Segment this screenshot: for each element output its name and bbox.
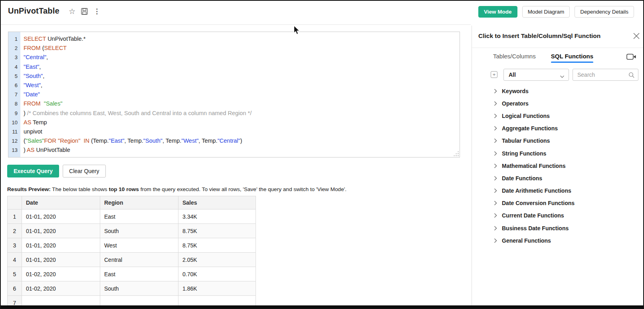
table-cell: 01-01, 2020: [22, 253, 100, 267]
results-table-header: DateRegionSales: [8, 196, 256, 209]
results-table: DateRegionSales 101-01, 2020East3.34K201…: [7, 196, 256, 309]
execute-query-button[interactable]: Execute Query: [7, 165, 59, 177]
row-number-cell: 6: [8, 281, 22, 296]
sql-code-editor[interactable]: 12345678910111213 SELECT UnPivotTable.*F…: [8, 32, 460, 157]
sql-token: [41, 100, 44, 107]
sql-token: "South": [143, 138, 162, 144]
tab-sql-functions[interactable]: SQL Functions: [551, 53, 593, 63]
dependency-details-button[interactable]: Dependency Details: [575, 6, 634, 18]
line-number: 13: [8, 146, 20, 155]
line-number: 11: [8, 127, 20, 136]
table-row: 201-01, 2020South8.75K: [8, 224, 256, 238]
category-item-date-conversion-functions[interactable]: Date Conversion Functions: [472, 197, 644, 209]
chevron-right-icon[interactable]: [494, 201, 497, 205]
category-item-aggregate-functions[interactable]: Aggregate Functions: [472, 122, 644, 135]
table-cell: South: [100, 281, 178, 296]
code-line[interactable]: "Central",: [24, 53, 460, 62]
category-dropdown-value: All: [509, 72, 516, 78]
table-cell: Central: [100, 253, 178, 267]
table-cell: East: [100, 209, 178, 224]
code-line[interactable]: SELECT UnPivotTable.*: [24, 34, 460, 44]
column-header: Region: [100, 196, 178, 209]
chevron-right-icon[interactable]: [494, 89, 497, 94]
header-buttons: View Mode Model Diagram Dependency Detai…: [478, 6, 634, 18]
sql-token: "East": [109, 138, 124, 144]
tab-tables-columns[interactable]: Tables/Columns: [493, 53, 536, 63]
sidebar-title: Click to Insert Table/Column/Sql Functio…: [478, 32, 600, 40]
title-icons: ☆ ⋮: [69, 8, 100, 15]
sql-code-area[interactable]: SELECT UnPivotTable.*FROM (SELECT"Centra…: [20, 32, 460, 157]
category-item-date-functions[interactable]: Date Functions: [472, 172, 644, 184]
sql-token: , Temp.: [198, 138, 217, 144]
line-number: 6: [8, 81, 20, 90]
line-number-gutter: 12345678910111213: [8, 32, 20, 157]
category-label: Aggregate Functions: [502, 125, 558, 132]
line-number: 1: [8, 34, 20, 44]
sql-token: SELECT: [24, 36, 46, 42]
clear-query-button[interactable]: Clear Query: [63, 165, 105, 177]
column-header: Sales: [178, 196, 256, 209]
save-icon[interactable]: [81, 8, 88, 15]
category-label: Date Functions: [502, 175, 542, 181]
chevron-right-icon[interactable]: [494, 151, 497, 156]
category-item-tabular-functions[interactable]: Tabular Functions: [472, 135, 644, 147]
code-line[interactable]: ("Sales"FOR "Region" IN (Temp."East", Te…: [24, 136, 460, 146]
results-text-1: The below table shows: [51, 186, 109, 192]
star-icon[interactable]: ☆: [69, 8, 75, 15]
sql-token: AS: [24, 119, 31, 126]
chevron-right-icon[interactable]: [494, 138, 497, 143]
line-number: 7: [8, 90, 20, 99]
chevron-right-icon[interactable]: [494, 213, 497, 218]
code-line[interactable]: unpivot: [24, 127, 460, 136]
sql-token: FROM: [24, 45, 41, 51]
category-item-general-functions[interactable]: General Functions: [472, 234, 644, 247]
sql-token: "Sales": [44, 100, 63, 107]
sql-token: "Sales": [26, 138, 44, 144]
video-camera-icon[interactable]: [626, 53, 636, 62]
code-line[interactable]: "West",: [24, 81, 460, 90]
chevron-right-icon[interactable]: [494, 126, 497, 131]
row-number-cell: 3: [8, 238, 22, 253]
code-line[interactable]: FROM (SELECT: [24, 44, 460, 53]
category-item-mathematical-functions[interactable]: Mathematical Functions: [472, 159, 644, 172]
category-item-string-functions[interactable]: String Functions: [472, 147, 644, 159]
table-cell: 01-01, 2020: [22, 209, 100, 224]
chevron-right-icon[interactable]: [494, 163, 497, 168]
category-label: Logical Functions: [502, 113, 550, 119]
category-dropdown[interactable]: All: [503, 69, 569, 81]
view-mode-button[interactable]: View Mode: [478, 6, 517, 18]
table-cell: 0.70K: [178, 267, 256, 281]
sql-token: ,: [41, 82, 42, 88]
chevron-right-icon[interactable]: [494, 226, 497, 231]
category-item-keywords[interactable]: Keywords: [472, 85, 644, 97]
chevron-right-icon[interactable]: [494, 176, 497, 181]
chevron-right-icon[interactable]: [494, 101, 497, 106]
kebab-menu-icon[interactable]: ⋮: [93, 8, 100, 15]
code-line[interactable]: AS Temp: [24, 118, 460, 127]
chevron-right-icon[interactable]: [494, 238, 497, 243]
category-item-date-arithmetic-functions[interactable]: Date Arithmetic Functions: [472, 185, 644, 197]
code-line[interactable]: FROM "Sales": [24, 99, 460, 108]
plus-expand-icon[interactable]: +: [491, 71, 497, 78]
close-icon[interactable]: [633, 32, 640, 40]
results-top-rows: top 10 rows: [109, 186, 139, 192]
code-line[interactable]: "East",: [24, 62, 460, 72]
model-diagram-button[interactable]: Model Diagram: [522, 6, 570, 18]
sql-token: ,: [39, 64, 41, 70]
sql-token: (: [89, 138, 93, 144]
code-line[interactable]: "South",: [24, 72, 460, 81]
sql-token: UnPivotTable.*: [46, 36, 85, 42]
category-item-logical-functions[interactable]: Logical Functions: [472, 110, 644, 122]
code-line[interactable]: ) /* Combines the columns East, West, So…: [24, 109, 460, 118]
sql-token: "Central": [24, 54, 46, 60]
code-line[interactable]: ) AS UnPivotTable: [24, 146, 460, 155]
chevron-right-icon[interactable]: [494, 114, 497, 118]
code-line[interactable]: "Date": [24, 90, 460, 99]
category-item-current-date-functions[interactable]: Current Date Functions: [472, 209, 644, 222]
sql-token: FOR: [44, 138, 56, 144]
category-item-operators[interactable]: Operators: [472, 97, 644, 110]
results-preview-label: Results Preview:: [7, 186, 51, 192]
chevron-right-icon[interactable]: [494, 188, 497, 193]
category-item-business-date-functions[interactable]: Business Date Functions: [472, 222, 644, 234]
page-title: UnPivotTable: [8, 6, 59, 16]
